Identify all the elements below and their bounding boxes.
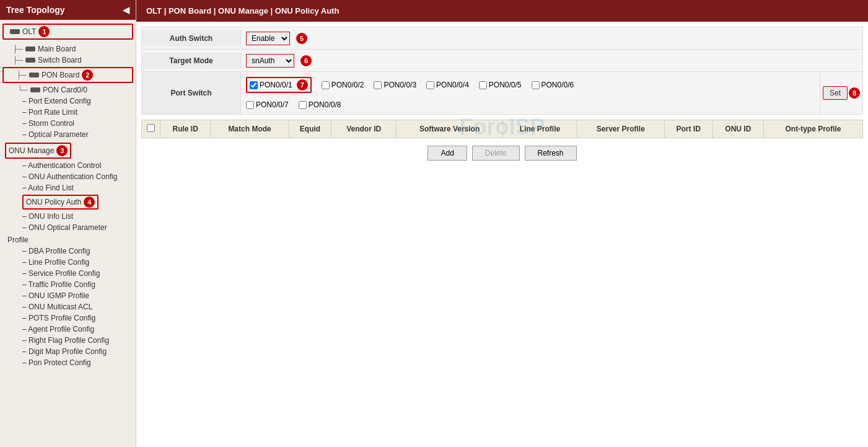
link-port-rate-limit[interactable]: Port Rate Limit xyxy=(0,107,136,118)
onu-manage-label-box[interactable]: ONU Manage 3 xyxy=(5,143,71,159)
link-line-profile[interactable]: Line Profile Config xyxy=(0,257,136,268)
table-header-row: Rule ID Match Mode Equid Vendor ID Softw… xyxy=(142,120,863,138)
pon-board-label: PON Board xyxy=(42,71,79,79)
port-pon005: PON0/0/5 xyxy=(479,77,522,93)
port-pon008-label: PON0/0/8 xyxy=(309,100,341,109)
link-onu-auth-config[interactable]: ONU Authentication Config xyxy=(0,171,136,182)
pon-board-icon xyxy=(29,73,39,77)
auth-switch-value: Enable Disable 5 xyxy=(241,29,862,48)
profile-section: Profile DBA Profile Config Line Profile … xyxy=(0,234,136,368)
link-onu-info[interactable]: ONU Info List xyxy=(0,211,136,222)
port-pon003-checkbox[interactable] xyxy=(374,81,382,89)
target-mode-select[interactable]: snAuth loidAuth macAuth xyxy=(246,54,294,68)
link-dba-profile[interactable]: DBA Profile Config xyxy=(0,246,136,257)
port-pon001-checkbox[interactable] xyxy=(250,81,258,89)
refresh-button[interactable]: Refresh xyxy=(525,146,577,161)
link-traffic-profile[interactable]: Traffic Profile Config xyxy=(0,279,136,290)
port-pon002-label: PON0/0/2 xyxy=(331,81,364,89)
olt-row[interactable]: OLT 1 xyxy=(2,24,133,40)
port-checkbox-group: PON0/0/1 7 PON0/0/2 PON0/0/3 xyxy=(246,74,815,95)
pon-board-links: Port Extend Config Port Rate Limit Storm… xyxy=(0,95,136,140)
link-right-flag[interactable]: Right Flag Profile Config xyxy=(0,335,136,346)
port-pon008-checkbox[interactable] xyxy=(299,101,307,109)
onu-manage-row: ONU Manage 3 xyxy=(0,141,136,160)
link-storm-control[interactable]: Storm Control xyxy=(0,118,136,129)
col-server-profile: Server Profile xyxy=(577,120,665,138)
auth-switch-select[interactable]: Enable Disable xyxy=(246,32,290,45)
link-onu-multicast[interactable]: ONU Multicast ACL xyxy=(0,301,136,312)
port-switch-row: Port Switch PON0/0/1 7 xyxy=(142,72,862,114)
onu-policy-label-box[interactable]: ONU Policy Auth 4 xyxy=(22,195,99,210)
content-inner: Auth Switch Enable Disable 5 Target Mode xyxy=(136,22,868,447)
olt-badge: 1 xyxy=(38,26,50,37)
olt-label: OLT xyxy=(22,27,36,36)
profile-row: Profile xyxy=(0,234,136,246)
port-pon004-label: PON0/0/4 xyxy=(436,81,469,89)
sidebar-header: Tree Topology ◀ xyxy=(0,0,136,20)
target-mode-value: snAuth loidAuth macAuth 6 xyxy=(241,51,862,70)
set-btn-wrapper: Set 8 xyxy=(820,72,862,114)
main-board-icon xyxy=(25,46,35,51)
breadcrumb: OLT | PON Board | ONU Manage | ONU Polic… xyxy=(136,0,868,22)
pon-board-row[interactable]: ├─ PON Board 2 xyxy=(2,67,133,83)
link-onu-optical[interactable]: ONU Optical Parameter xyxy=(0,222,136,233)
onu-manage-section: ONU Manage 3 Authentication Control ONU … xyxy=(0,141,136,233)
port-pon006: PON0/0/6 xyxy=(532,77,574,93)
port-checkbox-group-row2: PON0/0/7 PON0/0/8 xyxy=(246,98,815,112)
port-pon001-label: PON0/0/1 xyxy=(260,81,292,89)
col-equid: Equid xyxy=(289,120,331,138)
main-board-row[interactable]: ├─ Main Board xyxy=(0,43,136,55)
pon-card-row[interactable]: └─ PON Card0/0 xyxy=(0,84,136,95)
port-pon004: PON0/0/4 xyxy=(426,77,469,93)
select-all-checkbox[interactable] xyxy=(147,124,155,132)
port-pon001: PON0/0/1 7 xyxy=(246,77,312,93)
delete-button[interactable]: Delete xyxy=(472,146,520,161)
data-table: Rule ID Match Mode Equid Vendor ID Softw… xyxy=(141,120,863,138)
port-pon006-label: PON0/0/6 xyxy=(541,81,574,89)
port-pon007: PON0/0/7 xyxy=(246,100,289,109)
set-button[interactable]: Set xyxy=(823,86,848,100)
controls-panel: Auth Switch Enable Disable 5 Target Mode xyxy=(141,27,863,115)
target-mode-row: Target Mode snAuth loidAuth macAuth 6 xyxy=(142,50,862,72)
tree-item-olt: OLT 1 xyxy=(0,20,136,43)
table-wrapper: ForoISP Rule ID Match Mode Equid Vendor … xyxy=(141,120,863,138)
link-pots-profile[interactable]: POTS Profile Config xyxy=(0,312,136,324)
collapse-arrow[interactable]: ◀ xyxy=(123,5,129,15)
link-digit-map[interactable]: Digit Map Profile Config xyxy=(0,346,136,357)
link-auto-find[interactable]: Auto Find List xyxy=(0,182,136,193)
sidebar: Tree Topology ◀ OLT 1 ├─ Main Board ├─ xyxy=(0,0,136,447)
link-pon-protect[interactable]: Pon Protect Config xyxy=(0,357,136,368)
action-buttons: Add Delete Refresh xyxy=(141,138,863,168)
pon-card-label: PON Card0/0 xyxy=(43,86,87,94)
switch-board-row[interactable]: ├─ Switch Board xyxy=(0,55,136,66)
switch-board-icon xyxy=(25,58,35,63)
add-button[interactable]: Add xyxy=(427,146,467,161)
onu-manage-label: ONU Manage xyxy=(9,146,54,155)
col-port-id: Port ID xyxy=(664,120,712,138)
link-optical-parameter[interactable]: Optical Parameter xyxy=(0,129,136,140)
port-switch-label: Port Switch xyxy=(142,72,241,114)
port-pon004-checkbox[interactable] xyxy=(426,81,434,89)
link-onu-igmp[interactable]: ONU IGMP Profile xyxy=(0,290,136,301)
olt-icon xyxy=(10,29,20,34)
auth-switch-badge: 5 xyxy=(296,33,307,44)
col-ont-type-profile: Ont-type Profile xyxy=(764,120,863,138)
link-service-profile[interactable]: Service Profile Config xyxy=(0,268,136,279)
port-pon007-checkbox[interactable] xyxy=(246,101,254,109)
breadcrumb-text: OLT | PON Board | ONU Manage | ONU Polic… xyxy=(146,6,339,15)
sidebar-title: Tree Topology xyxy=(6,5,65,15)
port-pon002-checkbox[interactable] xyxy=(322,81,330,89)
auth-switch-row: Auth Switch Enable Disable 5 xyxy=(142,27,862,50)
port-pon005-checkbox[interactable] xyxy=(479,81,487,89)
switch-board-label: Switch Board xyxy=(38,56,82,64)
link-port-extend-config[interactable]: Port Extend Config xyxy=(0,95,136,107)
port-pon006-checkbox[interactable] xyxy=(532,81,540,89)
link-agent-profile[interactable]: Agent Profile Config xyxy=(0,324,136,335)
link-auth-control[interactable]: Authentication Control xyxy=(0,160,136,171)
col-line-profile: Line Profile xyxy=(502,120,577,138)
port-pon003: PON0/0/3 xyxy=(374,77,416,93)
auth-switch-label: Auth Switch xyxy=(142,30,241,46)
port-pon003-label: PON0/0/3 xyxy=(384,81,416,89)
target-mode-label: Target Mode xyxy=(142,53,241,69)
port-pon001-badge: 7 xyxy=(297,79,308,91)
